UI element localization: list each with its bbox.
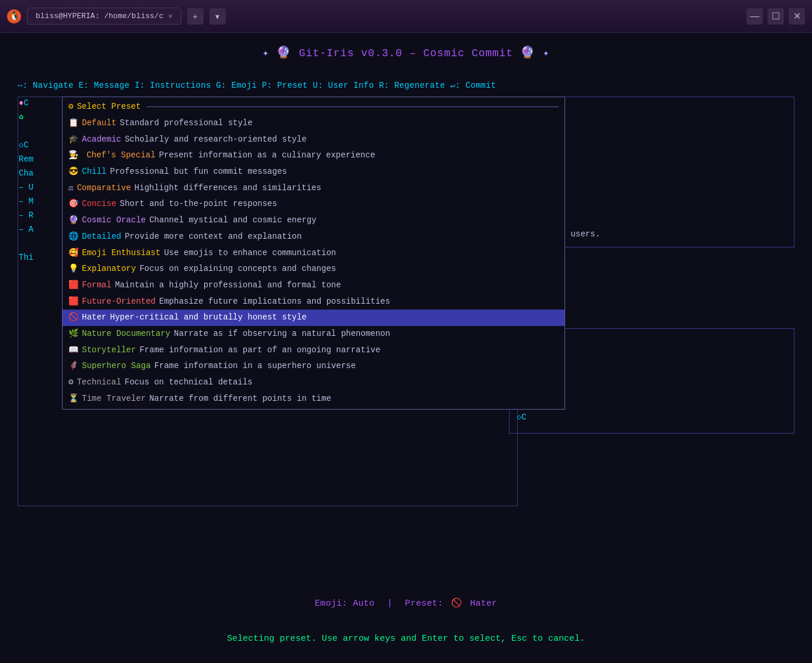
emoji-value: Auto: [353, 599, 374, 609]
app-title: ✦ 🔮 Git-Iris v0.3.0 – Cosmic Commit 🔮 ✦: [18, 44, 794, 62]
terminal-body: ✦ 🔮 Git-Iris v0.3.0 – Cosmic Commit 🔮 ✦ …: [0, 33, 812, 663]
preset-desc-chefs: Present information as a culinary experi…: [159, 149, 376, 162]
preset-label: Preset:: [405, 599, 443, 609]
app-version: v0.3.0: [361, 47, 402, 59]
sparkle-left-icon: ✦: [262, 47, 269, 59]
preset-item-explanatory[interactable]: 💡 Explanatory Focus on explaining concep…: [63, 261, 565, 277]
preset-name-emoji: Emoji Enthusiast: [82, 247, 160, 260]
left-label-6: – U: [19, 181, 33, 195]
preset-item-chill[interactable]: 😎 Chill Professional but fun commit mess…: [63, 164, 565, 180]
tab-close-icon[interactable]: ✕: [168, 12, 172, 20]
preset-item-concise[interactable]: 🎯 Concise Short and to-the-point respons…: [63, 196, 565, 212]
preset-name-chefs: Chef's Special: [82, 149, 156, 162]
left-label-4: Rem: [19, 153, 33, 167]
pink-diamond-icon: ♦: [19, 97, 23, 110]
crystal-ball-left-icon: 🔮: [276, 46, 299, 60]
preset-name-timetraveler: Time Traveler: [82, 393, 146, 406]
teal-diamond-icon: ◇: [19, 139, 23, 152]
left-label-10: [19, 237, 33, 251]
preset-dropdown[interactable]: ⚙ Select Preset 📋 Default Standard profe…: [62, 97, 565, 410]
rpl-c-label: C: [521, 411, 526, 424]
preset-desc-hater: Hyper-critical and brutally honest style: [110, 311, 307, 324]
main-area: ♦ C ♻ ◇ C Rem Cha – U – M – R – A Thi s: [18, 97, 794, 506]
preset-item-academic[interactable]: 🎓 Academic Scholarly and research-orient…: [63, 132, 565, 148]
crystal-ball-right-icon: 🔮: [520, 46, 543, 60]
left-label-2: [19, 125, 33, 139]
dropdown-divider: [147, 107, 559, 107]
preset-desc-detailed: Provide more context and explanation: [125, 231, 301, 243]
window-controls: — ☐ ✕: [746, 8, 805, 25]
preset-item-chefs[interactable]: 👨‍🍳 Chef's Special Present information a…: [63, 147, 565, 164]
left-label-3: ◇ C: [19, 139, 33, 153]
superhero-emoji-icon: 🦸: [68, 360, 78, 373]
preset-name-cosmic: Cosmic Oracle: [82, 214, 146, 227]
rpl-bottom-label: ◇ C: [517, 411, 787, 425]
preset-item-hater[interactable]: 🚫 Hater Hyper-critical and brutally hone…: [63, 310, 565, 326]
maximize-button[interactable]: ☐: [768, 8, 784, 25]
left-label-5: Cha: [19, 167, 33, 181]
preset-desc-superhero: Frame information in a superhero univers…: [154, 360, 356, 373]
preset-item-detailed[interactable]: 🌐 Detailed Provide more context and expl…: [63, 229, 565, 245]
preset-item-nature[interactable]: 🌿 Nature Documentary Narrate as if obser…: [63, 326, 565, 342]
formal-emoji-icon: 🟥: [68, 279, 78, 292]
preset-item-future[interactable]: 🟥 Future-Oriented Emphasize future impli…: [63, 294, 565, 310]
preset-item-formal[interactable]: 🟥 Formal Maintain a highly professional …: [63, 277, 565, 294]
preset-desc-future: Emphasize future implications and possib…: [159, 296, 390, 308]
preset-desc-chill: Professional but fun commit messages: [110, 166, 287, 178]
hater-emoji-icon: 🚫: [68, 311, 78, 324]
preset-name-default: Default: [82, 117, 116, 130]
thi-label: Thi: [19, 252, 33, 264]
left-label-11: Thi: [19, 251, 33, 265]
preset-item-comparative[interactable]: ⚖️ Comparative Highlight differences and…: [63, 180, 565, 197]
preset-desc-technical: Focus on technical details: [125, 376, 252, 389]
keybind-text: ↔: Navigate E: Message I: Instructions G…: [18, 81, 496, 90]
cosmic-emoji-icon: 🔮: [68, 214, 78, 227]
preset-item-default[interactable]: 📋 Default Standard professional style: [63, 115, 565, 132]
preset-item-emoji[interactable]: 🥰 Emoji Enthusiast Use emojis to enhance…: [63, 245, 565, 262]
preset-name-concise: Concise: [82, 198, 116, 211]
hint-text: Selecting preset. Use arrow keys and Ent…: [227, 634, 585, 644]
explanatory-emoji-icon: 💡: [68, 263, 78, 276]
tab-title: bliss@HYPERIA: /home/bliss/c: [36, 12, 163, 20]
preset-name-superhero: Superhero Saga: [82, 360, 151, 373]
preset-item-superhero[interactable]: 🦸 Superhero Saga Frame information in a …: [63, 358, 565, 375]
status-pipe: |: [387, 599, 393, 609]
preset-desc-emoji: Use emojis to enhance communication: [164, 247, 336, 260]
chefs-emoji-icon: 👨‍🍳: [68, 149, 78, 162]
storyteller-emoji-icon: 📖: [68, 344, 78, 357]
preset-desc-formal: Maintain a highly professional and forma…: [115, 279, 340, 292]
left-label-7: – M: [19, 195, 33, 209]
preset-item-timetraveler[interactable]: ⏳ Time Traveler Narrate from different p…: [63, 391, 565, 407]
tab-dropdown-button[interactable]: ▾: [209, 8, 226, 25]
a-label: – A: [19, 224, 33, 236]
gear-icon: ⚙: [68, 101, 73, 113]
detailed-emoji-icon: 🌐: [68, 231, 78, 243]
ubuntu-icon: 🐧: [7, 9, 21, 23]
preset-item-storyteller[interactable]: 📖 Storyteller Frame information as part …: [63, 342, 565, 359]
close-button[interactable]: ✕: [789, 8, 805, 25]
titlebar-left: 🐧 bliss@HYPERIA: /home/bliss/c ✕ + ▾: [7, 8, 746, 25]
minimize-button[interactable]: —: [746, 8, 763, 25]
left-label-1: ♻: [19, 111, 33, 125]
keybind-bar: ↔: Navigate E: Message I: Instructions G…: [18, 80, 794, 92]
title-dash: –: [410, 47, 424, 59]
preset-item-cosmic[interactable]: 🔮 Cosmic Oracle Channel mystical and cos…: [63, 212, 565, 229]
default-emoji-icon: 📋: [68, 117, 78, 130]
preset-item-technical[interactable]: ⚙ Technical Focus on technical details: [63, 375, 565, 391]
preset-name-storyteller: Storyteller: [82, 344, 136, 357]
preset-desc-academic: Scholarly and research-oriented style: [125, 133, 307, 146]
dropdown-border: ⚙ Select Preset 📋 Default Standard profe…: [62, 97, 565, 410]
left-labels: ♦ C ♻ ◇ C Rem Cha – U – M – R – A Thi: [19, 97, 33, 265]
preset-desc-nature: Narrate as if observing a natural phenom…: [174, 328, 390, 341]
preset-desc-explanatory: Focus on explaining concepts and changes: [139, 263, 336, 276]
emoji-emoji-icon: 🥰: [68, 247, 78, 260]
preset-desc-comparative: Highlight differences and similarities: [135, 182, 321, 195]
left-label-8: – R: [19, 209, 33, 223]
app-name: Git-Iris: [299, 47, 354, 59]
timetraveler-emoji-icon: ⏳: [68, 393, 78, 406]
preset-name-explanatory: Explanatory: [82, 263, 136, 276]
preset-value: Hater: [470, 599, 497, 609]
title-commit-word: Commit: [472, 47, 513, 59]
new-tab-button[interactable]: +: [187, 8, 204, 25]
active-tab[interactable]: bliss@HYPERIA: /home/bliss/c ✕: [27, 8, 181, 25]
